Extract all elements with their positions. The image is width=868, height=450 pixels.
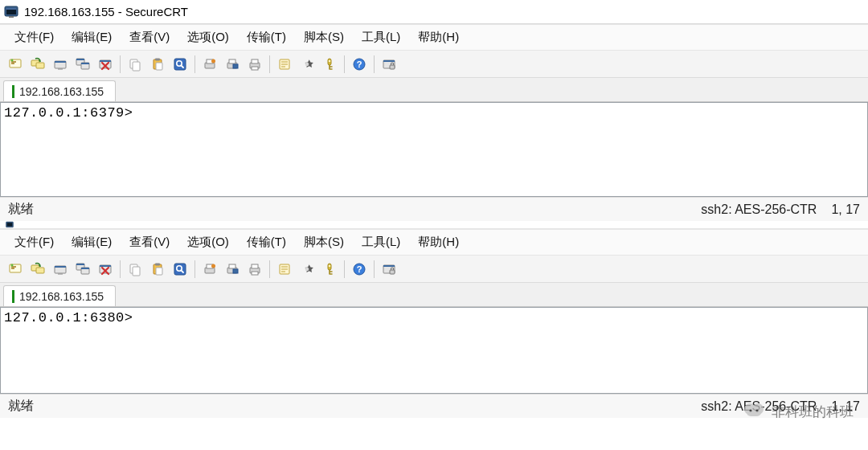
window-divider <box>0 221 868 229</box>
status-connection: ssh2: AES-256-CTR <box>701 399 817 414</box>
disconnect-all-icon <box>98 57 113 72</box>
toolbar-separator <box>194 55 195 73</box>
disconnect-all-icon <box>98 262 113 276</box>
menu-item[interactable]: 传输(T) <box>240 27 293 48</box>
help-button[interactable] <box>349 259 370 280</box>
disconnect-icon <box>53 262 68 276</box>
toolbar-separator <box>120 260 121 278</box>
sessions-button[interactable] <box>72 259 93 280</box>
toolbar-separator <box>344 260 345 278</box>
status-connection: ssh2: AES-256-CTR <box>701 202 817 217</box>
help-icon <box>352 57 366 72</box>
svg-rect-2 <box>6 8 16 10</box>
properties-button[interactable] <box>274 259 295 280</box>
reconnect-button[interactable] <box>27 54 48 75</box>
print-setup-icon <box>203 57 217 72</box>
quick-connect-icon <box>8 57 23 72</box>
properties-icon <box>277 57 292 72</box>
menu-item[interactable]: 编辑(E) <box>65 231 118 253</box>
menu-item[interactable]: 编辑(E) <box>65 27 118 48</box>
toolbar-separator <box>269 260 270 278</box>
keymap-button[interactable] <box>319 259 340 280</box>
options-button[interactable] <box>297 259 317 280</box>
keymap-icon <box>322 262 337 276</box>
tab-label: 192.168.163.155 <box>19 85 104 98</box>
lock-session-icon <box>382 57 396 72</box>
print-button[interactable] <box>244 54 265 75</box>
terminal-area[interactable]: 127.0.0.1:6379> <box>0 102 868 197</box>
sessions-button[interactable] <box>72 54 93 75</box>
lock-session-button[interactable] <box>379 259 399 280</box>
print-icon <box>248 262 262 276</box>
session-tab[interactable]: 192.168.163.155 <box>3 285 116 306</box>
status-ready: 就绪 <box>8 398 34 415</box>
menu-item[interactable]: 传输(T) <box>240 231 293 253</box>
menu-item[interactable]: 帮助(H) <box>411 231 465 253</box>
toolbar <box>0 256 868 283</box>
reconnect-icon <box>31 57 45 72</box>
paste-button[interactable] <box>147 54 168 75</box>
menu-item[interactable]: 工具(L) <box>355 231 407 253</box>
session-tab[interactable]: 192.168.163.155 <box>3 80 116 101</box>
find-icon <box>173 57 187 72</box>
disconnect-all-button[interactable] <box>95 259 116 280</box>
menu-item[interactable]: 选项(O) <box>181 27 235 48</box>
keymap-icon <box>322 57 337 72</box>
print-button[interactable] <box>244 259 265 280</box>
quick-connect-button[interactable] <box>5 259 26 280</box>
quick-connect-button[interactable] <box>5 54 26 75</box>
status-right-group: ssh2: AES-256-CTR1, 17 <box>701 399 860 414</box>
menu-item[interactable]: 帮助(H) <box>411 27 465 48</box>
copy-button[interactable] <box>125 54 145 75</box>
svg-rect-3 <box>9 16 14 18</box>
find-icon <box>173 262 187 276</box>
properties-button[interactable] <box>274 54 295 75</box>
menu-item[interactable]: 选项(O) <box>181 231 235 253</box>
menu-item[interactable]: 脚本(S) <box>297 27 350 48</box>
paste-icon <box>150 57 165 72</box>
lock-session-button[interactable] <box>379 54 399 75</box>
quick-connect-icon <box>8 262 23 276</box>
print-setup-button[interactable] <box>199 259 220 280</box>
status-bar: 就绪ssh2: AES-256-CTR1, 17 <box>0 394 868 418</box>
help-button[interactable] <box>349 54 370 75</box>
disconnect-all-button[interactable] <box>95 54 116 75</box>
menu-bar: 文件(F)编辑(E)查看(V)选项(O)传输(T)脚本(S)工具(L)帮助(H) <box>0 25 868 51</box>
options-button[interactable] <box>297 54 317 75</box>
reconnect-icon <box>31 262 45 276</box>
paste-icon <box>150 262 165 276</box>
terminal-area[interactable]: 127.0.0.1:6380> <box>0 307 868 394</box>
menu-item[interactable]: 文件(F) <box>8 231 60 253</box>
securecrt-instance: 文件(F)编辑(E)查看(V)选项(O)传输(T)脚本(S)工具(L)帮助(H)… <box>0 24 868 221</box>
status-ready: 就绪 <box>8 201 34 218</box>
terminal-prompt: 127.0.0.1:6379> <box>4 105 133 121</box>
print-screen-button[interactable] <box>222 259 243 280</box>
status-cursor-position: 1, 17 <box>831 202 860 217</box>
tab-active-indicator <box>12 85 14 98</box>
menu-item[interactable]: 查看(V) <box>123 27 176 48</box>
menu-item[interactable]: 查看(V) <box>123 231 176 253</box>
paste-button[interactable] <box>147 259 168 280</box>
status-right-group: ssh2: AES-256-CTR1, 17 <box>701 202 860 217</box>
find-button[interactable] <box>170 54 190 75</box>
find-button[interactable] <box>170 259 190 280</box>
svg-rect-5 <box>7 223 13 226</box>
copy-icon <box>128 262 142 276</box>
keymap-button[interactable] <box>319 54 340 75</box>
menu-item[interactable]: 文件(F) <box>8 27 60 48</box>
copy-button[interactable] <box>125 259 145 280</box>
help-icon <box>352 262 366 276</box>
disconnect-button[interactable] <box>50 259 71 280</box>
options-icon <box>300 262 314 276</box>
print-icon <box>248 57 262 72</box>
menu-item[interactable]: 脚本(S) <box>297 231 350 253</box>
menu-item[interactable]: 工具(L) <box>355 27 407 48</box>
print-screen-button[interactable] <box>222 54 243 75</box>
print-setup-button[interactable] <box>199 54 220 75</box>
tab-active-indicator <box>12 290 14 303</box>
copy-icon <box>128 57 142 72</box>
toolbar-separator <box>344 55 345 73</box>
reconnect-button[interactable] <box>27 259 48 280</box>
disconnect-button[interactable] <box>50 54 71 75</box>
securecrt-instance: 文件(F)编辑(E)查看(V)选项(O)传输(T)脚本(S)工具(L)帮助(H)… <box>0 229 868 418</box>
